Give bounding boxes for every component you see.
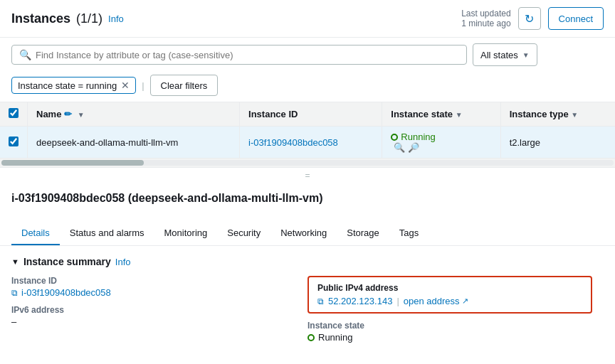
row-checkbox-cell <box>0 127 28 159</box>
filter-divider: | <box>142 80 144 91</box>
filter-tag: Instance state = running ✕ <box>11 77 136 94</box>
header-info-link[interactable]: Info <box>108 14 124 24</box>
status-dot <box>391 134 398 141</box>
search-icon: 🔍 <box>19 49 31 60</box>
row-checkbox[interactable] <box>9 136 19 146</box>
copy-icon[interactable]: ⧉ <box>11 288 18 298</box>
th-instance-state: Instance state ▼ <box>382 102 500 127</box>
tab-status-alarms[interactable]: Status and alarms <box>60 222 154 245</box>
zoom-out-icon[interactable]: 🔎 <box>408 142 419 153</box>
ipv4-label: Public IPv4 address <box>317 283 582 293</box>
instances-table-wrap: Name ✏ ▼ Instance ID Instance state ▼ In… <box>0 102 615 167</box>
search-input-wrap[interactable]: 🔍 <box>11 45 467 65</box>
th-checkbox <box>0 102 28 127</box>
collapse-icon[interactable]: ▼ <box>11 257 19 266</box>
tab-monitoring[interactable]: Monitoring <box>154 222 218 245</box>
instance-id-link-detail[interactable]: i-03f1909408bdec058 <box>21 287 111 298</box>
th-instance-type: Instance type ▼ <box>500 102 615 127</box>
instance-id-value: ⧉ i-03f1909408bdec058 <box>11 287 296 298</box>
open-address-link[interactable]: open address ↗ <box>404 296 468 306</box>
field-instance-id: Instance ID ⧉ i-03f1909408bdec058 <box>11 276 296 298</box>
tab-networking[interactable]: Networking <box>270 222 337 245</box>
instances-table: Name ✏ ▼ Instance ID Instance state ▼ In… <box>0 102 615 159</box>
refresh-button[interactable]: ↻ <box>518 7 541 30</box>
states-dropdown[interactable]: All states ▼ <box>473 43 537 66</box>
last-updated: Last updated 1 minute ago <box>461 9 510 28</box>
top-bar-right: Last updated 1 minute ago ↻ Connect <box>461 7 604 30</box>
row-name: deepseek-and-ollama-multi-llm-vm <box>28 127 240 159</box>
table-row: deepseek-and-ollama-multi-llm-vm i-03f19… <box>0 127 615 159</box>
zoom-in-icon[interactable]: 🔍 <box>394 142 405 153</box>
search-bar: 🔍 All states ▼ <box>0 38 615 72</box>
field-instance-state: Instance state Running <box>308 321 592 343</box>
filter-bar: Instance state = running ✕ | Clear filte… <box>0 72 615 102</box>
instance-state-value: Running <box>308 332 592 343</box>
instance-summary: ▼ Instance summary Info Instance ID ⧉ i-… <box>0 246 615 350</box>
detail-section: i-03f1909408bdec058 (deepseek-and-ollama… <box>0 183 615 222</box>
row-type: t2.large <box>500 127 615 159</box>
summary-col-left: Instance ID ⧉ i-03f1909408bdec058 IPv6 a… <box>11 276 308 350</box>
ipv6-label: IPv6 address <box>11 305 296 315</box>
filter-close-button[interactable]: ✕ <box>121 80 130 91</box>
state-sort-icon[interactable]: ▼ <box>456 111 463 119</box>
tab-storage[interactable]: Storage <box>337 222 389 245</box>
top-bar: Instances (1/1) Info Last updated 1 minu… <box>0 0 615 38</box>
name-edit-icon[interactable]: ✏ <box>64 109 72 119</box>
select-all-checkbox[interactable] <box>9 108 19 118</box>
zoom-icons: 🔍 🔎 <box>394 142 419 153</box>
clear-filters-button[interactable]: Clear filters <box>150 75 219 96</box>
row-instance-id: i-03f1909408bdec058 <box>240 127 382 159</box>
field-ipv6: IPv6 address – <box>11 305 296 327</box>
name-sort-icon[interactable]: ▼ <box>78 111 85 119</box>
page-title: Instances <box>11 11 70 26</box>
state-status-dot <box>308 334 315 341</box>
ipv4-address-link[interactable]: 52.202.123.143 <box>328 296 392 306</box>
top-bar-left: Instances (1/1) Info <box>11 11 124 26</box>
ipv4-box: Public IPv4 address ⧉ 52.202.123.143 | o… <box>308 276 592 314</box>
field-public-ipv4: Public IPv4 address ⧉ 52.202.123.143 | o… <box>308 276 592 314</box>
th-instance-id: Instance ID <box>240 102 382 127</box>
states-dropdown-caret-icon: ▼ <box>522 51 530 59</box>
ipv6-value: – <box>11 316 296 327</box>
status-running: Running <box>391 132 491 142</box>
instance-state-label-detail: Instance state <box>308 321 592 331</box>
instance-count: (1/1) <box>76 11 102 26</box>
ipv4-value: ⧉ 52.202.123.143 | open address ↗ <box>317 296 582 306</box>
tab-security[interactable]: Security <box>217 222 270 245</box>
summary-info-link[interactable]: Info <box>115 257 131 267</box>
filter-tag-text: Instance state = running <box>18 80 117 91</box>
resize-handle[interactable]: = <box>0 168 615 183</box>
refresh-icon: ↻ <box>525 12 534 26</box>
instance-id-link[interactable]: i-03f1909408bdec058 <box>248 137 338 148</box>
summary-header: ▼ Instance summary Info <box>11 256 604 267</box>
row-state: Running 🔍 🔎 <box>382 127 500 159</box>
connect-button[interactable]: Connect <box>548 7 604 30</box>
detail-title: i-03f1909408bdec058 (deepseek-and-ollama… <box>11 192 604 205</box>
type-sort-icon[interactable]: ▼ <box>571 111 578 119</box>
summary-col-right: Public IPv4 address ⧉ 52.202.123.143 | o… <box>308 276 604 350</box>
detail-tabs: Details Status and alarms Monitoring Sec… <box>0 222 615 246</box>
tab-details[interactable]: Details <box>11 222 60 245</box>
summary-title: Instance summary <box>23 256 111 267</box>
external-link-icon: ↗ <box>462 296 468 306</box>
th-name: Name ✏ ▼ <box>28 102 240 127</box>
summary-grid: Instance ID ⧉ i-03f1909408bdec058 IPv6 a… <box>11 276 604 350</box>
ipv4-copy-icon[interactable]: ⧉ <box>317 296 324 306</box>
pipe-divider: | <box>396 296 399 306</box>
table-scrollbar[interactable] <box>0 159 615 167</box>
instance-id-label: Instance ID <box>11 276 296 286</box>
search-input[interactable] <box>36 50 459 60</box>
tab-tags[interactable]: Tags <box>389 222 429 245</box>
